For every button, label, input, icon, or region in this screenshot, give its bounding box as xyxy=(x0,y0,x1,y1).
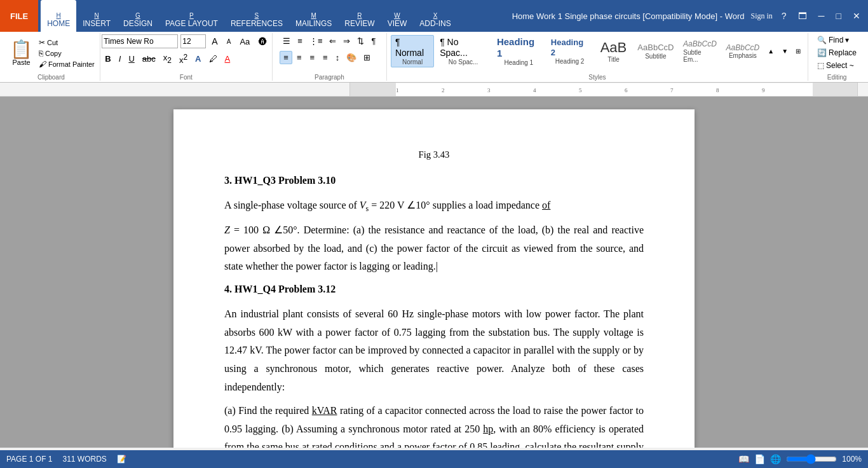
minimize-button[interactable]: ─ xyxy=(816,11,827,21)
style-normal[interactable]: ¶ Normal Normal xyxy=(391,35,434,67)
style-heading1[interactable]: Heading 1 Heading 1 xyxy=(492,34,545,68)
paragraph-row1: ☰ ≡ ⋮≡ ⇐ ⇒ ⇅ ¶ xyxy=(280,34,379,48)
italic-button[interactable]: I xyxy=(116,53,125,65)
ribbon: 📋 Paste ✂ Cut ⎘ Copy 🖌 Format Painter Cl… xyxy=(0,32,868,83)
maximize-button[interactable]: □ xyxy=(834,11,844,21)
borders-button[interactable]: ⊞ xyxy=(360,51,374,64)
style-heading1-label: Heading 1 xyxy=(505,59,534,66)
text-effects-button[interactable]: A xyxy=(192,53,204,65)
document-page[interactable]: Fig 3.43 3. HW1_Q3 Problem 3.10 A single… xyxy=(173,109,695,448)
find-button[interactable]: 🔍 Find ▾ xyxy=(815,34,859,46)
tab-design[interactable]: G DESIGN xyxy=(117,0,159,32)
style-title-preview: AaB xyxy=(600,39,627,56)
style-subtitle-preview: AaBbCcD xyxy=(637,43,674,53)
tab-home[interactable]: H HOME xyxy=(41,0,76,32)
style-title[interactable]: AaB Title xyxy=(594,38,632,65)
read-mode-button[interactable]: 📖 xyxy=(738,454,749,464)
title-right: Home Work 1 Single phase circuits [Compa… xyxy=(512,11,868,21)
help-button[interactable]: ? xyxy=(779,11,789,21)
styles-scroll-down[interactable]: ▼ xyxy=(778,46,791,57)
decrease-font-button[interactable]: A xyxy=(224,37,234,46)
multilevel-button[interactable]: ⋮≡ xyxy=(306,34,326,48)
tab-references[interactable]: S REFERENCES xyxy=(224,0,289,32)
replace-button[interactable]: 🔄 Replace xyxy=(815,47,859,59)
shading-button[interactable]: 🎨 xyxy=(343,51,360,64)
sign-in-btn[interactable]: Sign in xyxy=(750,11,772,21)
paste-button[interactable]: 📋 Paste xyxy=(6,39,36,67)
highlight-button[interactable]: 🖊 xyxy=(206,53,220,65)
fig-label: Fig 3.43 xyxy=(224,148,644,162)
style-subtle-em[interactable]: AaBbCcD Subtle Em... xyxy=(679,38,721,64)
show-formatting-button[interactable]: ¶ xyxy=(368,34,379,48)
sort-button[interactable]: ⇅ xyxy=(354,34,367,48)
tab-add-ins[interactable]: X ADD-INS xyxy=(413,0,457,32)
paragraph-group-label: Paragraph xyxy=(315,74,344,81)
zoom-level: 100% xyxy=(842,455,862,464)
font-color-button[interactable]: A xyxy=(222,53,234,65)
style-subtle-em-preview: AaBbCcD xyxy=(683,39,717,48)
tab-home-shortcut: H xyxy=(57,12,61,19)
q3-vs-text: Vs xyxy=(360,200,369,210)
font-size-input[interactable] xyxy=(180,34,206,48)
superscript-button[interactable]: x2 xyxy=(176,52,191,66)
file-tab[interactable]: FILE xyxy=(0,0,38,32)
increase-indent-button[interactable]: ⇒ xyxy=(340,34,353,48)
style-heading2[interactable]: Heading 2 Heading 2 xyxy=(546,36,593,66)
change-case-button[interactable]: Aa xyxy=(236,36,253,48)
web-layout-button[interactable]: 🌐 xyxy=(770,454,781,464)
tab-mailings[interactable]: M MAILINGS xyxy=(289,0,338,32)
style-emphasis[interactable]: AaBbCcD Emphasis xyxy=(722,41,764,61)
tab-view[interactable]: W VIEW xyxy=(381,0,414,32)
q4-paragraph1: An industrial plant consists of several … xyxy=(224,305,644,397)
style-subtitle-label: Subtitle xyxy=(645,53,666,60)
style-subtle-em-label: Subtle Em... xyxy=(683,49,716,63)
tab-page-layout-shortcut: P xyxy=(189,12,194,19)
clipboard-group: 📋 Paste ✂ Cut ⎘ Copy 🖌 Format Painter Cl… xyxy=(3,33,100,81)
font-name-input[interactable] xyxy=(102,34,178,48)
select-button[interactable]: ⬚ Select ~ xyxy=(815,60,859,71)
close-button[interactable]: ✕ xyxy=(850,11,863,21)
align-right-button[interactable]: ≡ xyxy=(306,51,318,64)
cut-button[interactable]: ✂ Cut xyxy=(37,38,96,48)
style-no-spacing[interactable]: ¶ No Spac... No Spac... xyxy=(435,35,491,67)
zoom-slider[interactable] xyxy=(786,454,837,464)
document-title: Home Work 1 Single phase circuits [Compa… xyxy=(512,11,745,21)
q3-angle2: ∠ xyxy=(274,224,283,235)
styles-scroll-up[interactable]: ▲ xyxy=(764,46,777,57)
ruler: 1 2 3 4 5 6 7 8 9 xyxy=(0,83,868,97)
subscript-button[interactable]: x2 xyxy=(160,52,175,66)
tab-review-shortcut: R xyxy=(357,12,362,19)
tab-review[interactable]: R REVIEW xyxy=(338,0,381,32)
align-left-button[interactable]: ≡ xyxy=(280,51,292,64)
editing-group-label: Editing xyxy=(827,74,847,81)
q3-of-underline: of xyxy=(542,200,550,210)
clear-formatting-button[interactable]: 🅐 xyxy=(255,36,270,48)
restore-button[interactable]: 🗖 xyxy=(796,11,810,21)
copy-button[interactable]: ⎘ Copy xyxy=(37,48,96,59)
print-layout-button[interactable]: 📄 xyxy=(754,454,765,464)
styles-expand[interactable]: ⊞ xyxy=(792,46,804,57)
decrease-indent-button[interactable]: ⇐ xyxy=(326,34,339,48)
tab-insert-shortcut: N xyxy=(94,12,98,19)
bold-button[interactable]: B xyxy=(102,53,114,65)
numbering-button[interactable]: ≡ xyxy=(294,34,306,48)
line-spacing-button[interactable]: ↕ xyxy=(332,51,343,64)
style-subtitle[interactable]: AaBbCcD Subtitle xyxy=(634,41,677,62)
increase-font-button[interactable]: A xyxy=(208,35,220,48)
tab-page-layout[interactable]: P PAGE LAYOUT xyxy=(159,0,224,32)
paragraph-row2: ≡ ≡ ≡ ≡ ↕ 🎨 ⊞ xyxy=(280,51,379,64)
tab-page-layout-label: PAGE LAYOUT xyxy=(165,19,218,28)
tab-insert-label: INSERT xyxy=(83,19,111,28)
format-painter-button[interactable]: 🖌 Format Painter xyxy=(37,59,96,69)
svg-rect-0 xyxy=(350,83,858,96)
svg-rect-2 xyxy=(813,83,858,96)
strikethrough-button[interactable]: abc xyxy=(139,53,159,65)
bullets-button[interactable]: ☰ xyxy=(280,34,294,48)
select-label: Select ~ xyxy=(826,61,854,70)
align-center-button[interactable]: ≡ xyxy=(293,51,306,64)
find-dropdown-icon: ▾ xyxy=(845,36,849,45)
justify-button[interactable]: ≡ xyxy=(319,51,332,64)
tab-insert[interactable]: N INSERT xyxy=(76,0,117,32)
paragraph-group: ☰ ≡ ⋮≡ ⇐ ⇒ ⇅ ¶ ≡ ≡ ≡ ≡ ↕ 🎨 ⊞ Paragraph xyxy=(273,33,387,81)
underline-button[interactable]: U xyxy=(125,53,137,65)
